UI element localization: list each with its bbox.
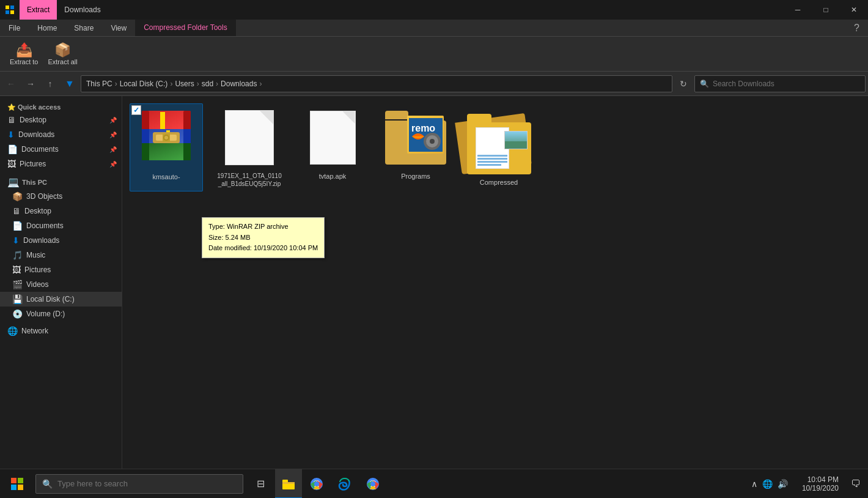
tab-home[interactable]: Home: [29, 20, 65, 36]
ribbon-tab-row: File Home Share View Compressed Folder T…: [0, 20, 868, 37]
title-bar-left: Extract Downloads: [0, 0, 108, 20]
up-button[interactable]: ↑: [42, 75, 59, 92]
svg-rect-27: [11, 485, 17, 490]
tab-downloads-title[interactable]: Downloads: [57, 0, 108, 20]
sidebar-item-documents-quick[interactable]: 📄 Documents 📌: [0, 142, 122, 157]
chrome-icon: [310, 477, 323, 491]
svg-rect-14: [183, 143, 191, 160]
sidebar-item-desktop-quick[interactable]: 🖥 Desktop 📌: [0, 113, 122, 127]
start-button[interactable]: [2, 469, 32, 499]
refresh-button[interactable]: ↻: [675, 75, 692, 92]
search-icon: 🔍: [700, 80, 709, 88]
tooltip-size-value: 5.24 MB: [226, 234, 251, 241]
taskbar: 🔍 ⊟: [0, 469, 868, 498]
clock-date: 10/19/2020: [802, 484, 839, 492]
sidebar-item-downloads-pc[interactable]: ⬇ Downloads: [0, 233, 122, 248]
minimize-button[interactable]: ─: [784, 0, 812, 20]
programs-icon-area: remo: [385, 107, 446, 168]
svg-rect-0: [6, 6, 9, 9]
svg-rect-2: [6, 10, 9, 14]
apk-file-shape: [310, 111, 356, 165]
tab-compressed-folder-tools[interactable]: Compressed Folder Tools: [135, 20, 236, 36]
notification-button[interactable]: 🗨: [846, 469, 866, 499]
pin-icon3: 📌: [109, 146, 117, 153]
volume-d-icon: 💿: [12, 309, 23, 319]
sidebar-item-music[interactable]: 🎵 Music: [0, 248, 122, 262]
tooltip-date-value: 10/19/2020 10:04 PM: [254, 244, 318, 251]
file-item-kmsauto[interactable]: ✓: [130, 103, 203, 191]
remo-icon: remo: [409, 118, 443, 152]
svg-rect-7: [160, 112, 165, 131]
svg-rect-5: [142, 111, 149, 132]
clock-time: 10:04 PM: [802, 475, 839, 484]
tab-file[interactable]: File: [0, 20, 29, 36]
taskbar-search[interactable]: 🔍: [35, 474, 243, 494]
desktop-pc-label: Desktop: [24, 207, 117, 215]
svg-rect-31: [282, 482, 295, 484]
tray-network-icon[interactable]: 🌐: [760, 478, 774, 490]
extract-all-label: Extract all: [48, 58, 77, 65]
sidebar-item-3d-objects[interactable]: 📦 3D Objects: [0, 189, 122, 204]
tooltip-size-row: Size: 5.24 MB: [208, 232, 318, 243]
windows-logo: [11, 478, 23, 490]
chrome2-taskbar[interactable]: [359, 469, 386, 499]
volume-d-label: Volume (D:): [26, 310, 117, 318]
search-box[interactable]: 🔍: [694, 75, 866, 92]
pictures-pc-icon: 🖼: [12, 265, 21, 275]
this-pc-icon: 💻: [7, 176, 20, 188]
taskbar-search-icon: 🔍: [42, 479, 53, 489]
sidebar-item-videos[interactable]: 🎬 Videos: [0, 277, 122, 292]
tray-speaker-icon[interactable]: 🔊: [776, 478, 790, 490]
chrome-taskbar[interactable]: [303, 469, 330, 499]
close-button[interactable]: ✕: [840, 0, 868, 20]
sidebar-item-local-disk[interactable]: 💾 Local Disk (C:): [0, 292, 122, 307]
extract-to-button[interactable]: 📤 Extract to: [5, 39, 43, 69]
pictures-icon: 🖼: [7, 159, 16, 169]
forward-button[interactable]: →: [22, 75, 39, 92]
edge-taskbar[interactable]: [331, 469, 358, 499]
app-icon: [0, 0, 20, 20]
file-explorer-icon: [282, 477, 295, 490]
tray-up-arrow[interactable]: ∧: [749, 478, 759, 490]
file-item-compressed[interactable]: Compressed: [462, 103, 535, 190]
file-item-programs[interactable]: remo Programs: [379, 103, 452, 191]
file-explorer-taskbar[interactable]: [275, 469, 302, 499]
extract-all-button[interactable]: 📦 Extract all: [43, 39, 82, 69]
svg-rect-6: [183, 111, 191, 132]
sidebar-item-pictures-quick[interactable]: 🖼 Pictures 📌: [0, 157, 122, 171]
tab-extract[interactable]: Extract: [20, 0, 57, 20]
tab-view[interactable]: View: [102, 20, 135, 36]
maximize-button[interactable]: □: [812, 0, 840, 20]
main-layout: ⭐ Quick access 🖥 Desktop 📌 ⬇ Downloads 📌…: [0, 96, 868, 479]
edge-icon: [338, 477, 351, 491]
svg-point-37: [370, 481, 375, 486]
sidebar-item-desktop-pc[interactable]: 🖥 Desktop: [0, 204, 122, 218]
sidebar-item-downloads-quick[interactable]: ⬇ Downloads 📌: [0, 127, 122, 142]
breadcrumb-sep3: ›: [197, 80, 199, 88]
file-item-zip[interactable]: 1971EX_11_OTA_0110_all_B1dsEUQ5j5IY.zip: [213, 103, 286, 191]
sidebar-item-pictures-pc[interactable]: 🖼 Pictures: [0, 262, 122, 277]
tab-share[interactable]: Share: [65, 20, 102, 36]
task-view-button[interactable]: ⊟: [247, 469, 274, 499]
quick-access-header: ⭐ Quick access: [0, 101, 122, 113]
svg-rect-30: [282, 483, 295, 489]
sidebar-item-volume-d[interactable]: 💿 Volume (D:): [0, 307, 122, 321]
file-grid: ✓: [130, 103, 861, 191]
file-item-apk[interactable]: tvtap.apk: [296, 103, 369, 191]
search-input[interactable]: [713, 80, 860, 88]
breadcrumb-users: Users: [175, 80, 194, 88]
help-icon[interactable]: ?: [845, 20, 868, 36]
documents-label: Documents: [21, 145, 106, 154]
desktop-icon: 🖥: [7, 115, 16, 125]
winrar-icon: [136, 108, 197, 169]
sidebar-item-network[interactable]: 🌐 Network: [0, 324, 122, 338]
svg-rect-13: [142, 143, 149, 160]
system-clock[interactable]: 10:04 PM 10/19/2020: [797, 475, 844, 492]
address-bar[interactable]: This PC › Local Disk (C:) › Users › sdd …: [81, 75, 672, 92]
zip-icon-area: [219, 107, 280, 168]
taskbar-search-input[interactable]: [57, 479, 237, 488]
tooltip-date-label: Date modified:: [208, 244, 252, 251]
dropdown-arrow-button[interactable]: ▼: [61, 75, 78, 92]
sidebar-item-documents-pc[interactable]: 📄 Documents: [0, 218, 122, 233]
breadcrumb-sep2: ›: [170, 80, 172, 88]
